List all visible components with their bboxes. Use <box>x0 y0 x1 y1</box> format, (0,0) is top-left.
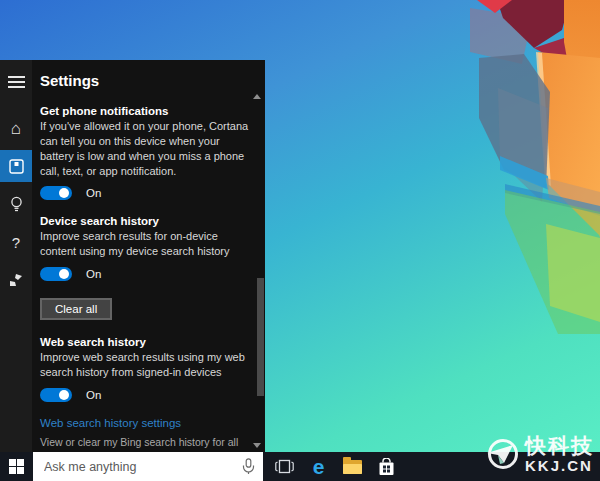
hamburger-icon <box>8 73 25 91</box>
taskbar-icons: e <box>274 456 397 477</box>
toggle-web-search-history[interactable] <box>40 388 72 402</box>
toggle-state-label: On <box>86 268 101 280</box>
feedback-icon <box>9 273 23 287</box>
microphone-icon <box>242 458 255 475</box>
clear-all-button[interactable]: Clear all <box>40 298 112 320</box>
store-button[interactable] <box>376 456 397 477</box>
section-desc-phone-notifications: If you've allowed it on your phone, Cort… <box>40 119 252 178</box>
taskbar: e <box>0 452 600 481</box>
task-view-button[interactable] <box>274 456 295 477</box>
hamburger-menu-button[interactable] <box>0 66 32 98</box>
desktop: 快科技 KKJ.CN ⌂ <box>0 0 600 481</box>
start-button[interactable] <box>0 452 33 481</box>
cortana-search-box[interactable] <box>33 452 263 481</box>
sidebar-item-notebook[interactable] <box>0 150 32 182</box>
file-explorer-button[interactable] <box>342 456 363 477</box>
help-icon: ? <box>12 235 20 250</box>
sidebar-item-home[interactable]: ⌂ <box>0 112 32 144</box>
toggle-state-label: On <box>86 389 101 401</box>
task-view-icon <box>275 459 294 474</box>
store-icon <box>378 458 395 476</box>
section-title-device-search-history: Device search history <box>40 215 254 227</box>
settings-content: Settings Get phone notifications If you'… <box>32 60 265 452</box>
windows-logo-icon <box>9 459 24 474</box>
section-title-web-search-history: Web search history <box>40 336 254 348</box>
lightbulb-icon <box>10 196 23 212</box>
scroll-down-icon[interactable] <box>253 443 261 448</box>
home-icon: ⌂ <box>11 120 21 137</box>
notebook-icon <box>9 159 24 174</box>
scroll-up-icon[interactable] <box>253 94 261 99</box>
file-explorer-icon <box>343 460 362 474</box>
edge-icon: e <box>313 456 325 477</box>
sidebar-item-reminders[interactable] <box>0 188 32 220</box>
web-search-history-settings-link[interactable]: Web search history settings <box>40 417 254 429</box>
sidebar-item-feedback[interactable] <box>0 264 32 296</box>
web-search-history-settings-desc: View or clear my Bing search history for… <box>40 435 254 452</box>
page-title: Settings <box>40 72 254 89</box>
section-desc-web-search-history: Improve web search results using my web … <box>40 350 252 380</box>
toggle-phone-notifications[interactable] <box>40 186 72 200</box>
search-input[interactable] <box>33 452 237 481</box>
edge-button[interactable]: e <box>308 456 329 477</box>
cortana-sidebar: ⌂ ? <box>0 60 32 452</box>
toggle-device-search-history[interactable] <box>40 267 72 281</box>
scrollbar-thumb[interactable] <box>257 278 264 396</box>
sidebar-item-help[interactable]: ? <box>0 226 32 258</box>
cortana-settings-panel: ⌂ ? <box>0 60 265 452</box>
section-desc-device-search-history: Improve search results for on-device con… <box>40 229 252 259</box>
section-title-phone-notifications: Get phone notifications <box>40 105 254 117</box>
microphone-button[interactable] <box>237 456 259 478</box>
toggle-state-label: On <box>86 187 101 199</box>
